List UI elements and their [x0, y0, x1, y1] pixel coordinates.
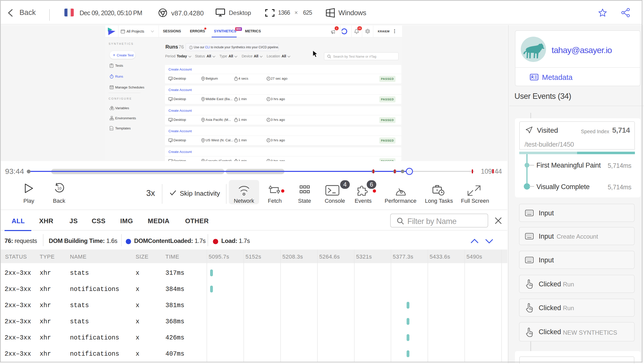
svg-text:10: 10	[57, 186, 62, 190]
